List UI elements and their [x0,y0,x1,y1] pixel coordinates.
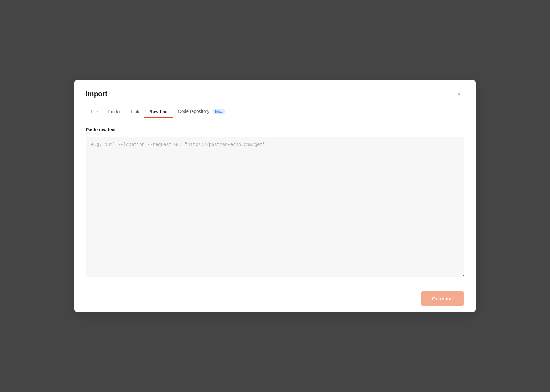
modal-header: Import × [74,80,476,99]
close-button[interactable]: × [454,89,464,99]
continue-button[interactable]: Continue [421,291,464,306]
import-modal: Import × File Folder Link Raw text Code … [74,80,476,312]
tab-folder[interactable]: Folder [103,106,126,118]
tab-file[interactable]: File [86,106,103,118]
tab-link[interactable]: Link [126,106,144,118]
modal-overlay: Import × File Folder Link Raw text Code … [0,0,550,392]
new-badge: New [213,109,225,114]
modal-footer: Continue [74,285,476,312]
tab-code-repository[interactable]: Code repository New [173,105,230,118]
raw-text-input[interactable] [86,137,464,277]
section-label: Paste raw text [86,127,464,132]
modal-title: Import [86,90,107,98]
tab-bar: File Folder Link Raw text Code repositor… [74,99,476,118]
tab-raw-text[interactable]: Raw text [144,106,173,118]
modal-body: Paste raw text [74,118,476,285]
